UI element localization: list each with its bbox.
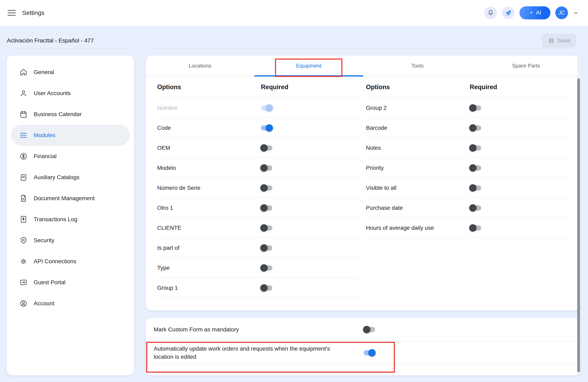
tab-locations[interactable]: Locations — [146, 56, 254, 76]
toggle-cliente[interactable] — [261, 225, 272, 231]
toggle-mark-custom-form-as-mandatory[interactable] — [364, 327, 375, 332]
options-column-right: OptionsRequiredGroup 2BarcodeNotesPriori… — [366, 77, 568, 298]
option-label: Otro 1 — [157, 205, 173, 211]
option-label: OEM — [157, 145, 170, 151]
toggle-group-1[interactable] — [261, 285, 272, 291]
toggle-knob — [266, 104, 273, 112]
sidebar-item-security[interactable]: Security — [11, 230, 130, 251]
toggle-code[interactable] — [261, 125, 272, 131]
scrollbar[interactable] — [577, 56, 580, 375]
toggle-type[interactable] — [261, 265, 272, 271]
ai-button[interactable]: AI — [519, 6, 550, 20]
toggle-knob — [469, 184, 477, 192]
footer-row-automatically-update-work-orders-and-req: Automatically update work orders and req… — [146, 342, 580, 364]
options-header: Options — [366, 83, 390, 91]
option-row-purchase-date: Purchase date — [366, 198, 568, 218]
option-row-nombre: Nombre — [157, 98, 359, 118]
sidebar-nav: GeneralUser AccountsBusiness CalendarMod… — [11, 62, 130, 314]
content: GeneralUser AccountsBusiness CalendarMod… — [0, 56, 588, 382]
option-rows: Group 2BarcodeNotesPriorityVisible to al… — [366, 98, 568, 238]
toggle-modelo[interactable] — [261, 165, 272, 171]
toggle-notes[interactable] — [470, 145, 481, 151]
transactions-icon — [20, 215, 28, 223]
sidebar-item-label: General — [34, 69, 54, 76]
avatar[interactable]: JC — [555, 6, 568, 19]
option-row-otro-1: Otro 1 — [157, 198, 359, 218]
calendar-icon — [20, 110, 28, 118]
option-row-oem: OEM — [157, 138, 359, 158]
page-title: Settings — [22, 9, 44, 16]
option-row-type: Type — [157, 258, 359, 278]
sidebar-item-auxiliary-catalogs[interactable]: Auxiliary Catalogs — [11, 167, 130, 188]
sidebar-item-label: Auxiliary Catalogs — [34, 174, 79, 181]
toggle-knob — [363, 326, 370, 333]
sidebar-item-modules[interactable]: Modules — [11, 125, 130, 146]
option-label: Type — [157, 265, 170, 271]
sidebar-item-general[interactable]: General — [11, 62, 130, 83]
option-label: CLIENTE — [157, 225, 181, 231]
toggle-visible-to-all[interactable] — [470, 185, 481, 191]
sidebar-item-user-accounts[interactable]: User Accounts — [11, 83, 130, 104]
sidebar-item-business-calendar[interactable]: Business Calendar — [11, 104, 130, 125]
sidebar-item-label: Document Management — [34, 195, 95, 201]
chevron-down-icon[interactable] — [573, 10, 579, 16]
option-label: Modelo — [157, 165, 176, 171]
option-label: Notes — [366, 145, 381, 151]
sidebar-item-guest-portal[interactable]: Guest Portal — [11, 272, 130, 293]
toggle-oem[interactable] — [261, 145, 272, 151]
toggle-knob — [469, 124, 477, 132]
sidebar-item-label: API Connections — [34, 258, 76, 265]
menu-button[interactable] — [8, 10, 16, 16]
option-label: Hours of average daily use — [366, 225, 434, 231]
toggle-knob — [266, 124, 273, 132]
document-icon — [20, 194, 28, 202]
toggle-priority[interactable] — [470, 165, 481, 171]
sidebar-item-transactions-log[interactable]: Transactions Log — [11, 209, 130, 230]
option-label: Code — [157, 125, 171, 131]
column-header: OptionsRequired — [157, 77, 359, 98]
tab-tools[interactable]: Tools — [363, 56, 472, 76]
scrollbar-thumb[interactable] — [577, 78, 580, 372]
option-row-numero-de-serie: Número de Serie — [157, 178, 359, 198]
sidebar-item-label: Transactions Log — [34, 216, 77, 223]
account-icon — [20, 299, 28, 307]
toggle-numero-de-serie[interactable] — [261, 185, 272, 191]
toggle-automatically-update-work-orders-and-req[interactable] — [364, 350, 375, 356]
option-row-group-2: Group 2 — [366, 98, 568, 118]
toggle-nombre[interactable] — [261, 105, 272, 111]
column-header: OptionsRequired — [366, 77, 568, 98]
required-header: Required — [470, 83, 497, 91]
tab-equipment[interactable]: Equipment — [254, 56, 363, 76]
sidebar: GeneralUser AccountsBusiness CalendarMod… — [7, 56, 134, 375]
toggle-knob — [260, 204, 268, 212]
bell-icon — [487, 9, 494, 16]
toggle-hours-of-average-daily-use[interactable] — [470, 225, 481, 231]
toggle-is-part-of[interactable] — [261, 245, 272, 251]
settings-panel: LocationsEquipmentToolsSpare Parts Optio… — [146, 56, 580, 310]
option-row-barcode: Barcode — [366, 118, 568, 138]
sidebar-item-label: Account — [34, 300, 54, 307]
option-rows: NombreCodeOEMModeloNúmero de SerieOtro 1… — [157, 98, 359, 298]
tab-label: Spare Parts — [512, 63, 540, 69]
toggle-knob — [260, 284, 268, 292]
toggle-group-2[interactable] — [470, 105, 481, 111]
save-button[interactable]: Save — [542, 34, 576, 48]
sidebar-item-label: Modules — [34, 132, 55, 139]
sidebar-item-account[interactable]: Account — [11, 293, 130, 314]
tab-spare-parts[interactable]: Spare Parts — [472, 56, 580, 76]
rocket-button[interactable] — [502, 6, 514, 19]
option-label: Group 1 — [157, 285, 178, 291]
sidebar-item-api-connections[interactable]: API Connections — [11, 251, 130, 272]
notifications-button[interactable] — [484, 6, 497, 19]
sidebar-item-label: Security — [34, 237, 54, 244]
toggle-purchase-date[interactable] — [470, 205, 481, 211]
sidebar-item-label: Business Calendar — [34, 111, 82, 118]
toggle-otro-1[interactable] — [261, 205, 272, 211]
options-column-left: OptionsRequiredNombreCodeOEMModeloNúmero… — [157, 77, 359, 298]
option-row-notes: Notes — [366, 138, 568, 158]
option-label: Nombre — [157, 105, 178, 111]
option-row-visible-to-all: Visible to all — [366, 178, 568, 198]
sidebar-item-financial[interactable]: Financial — [11, 146, 130, 167]
toggle-barcode[interactable] — [470, 125, 481, 131]
sidebar-item-document-management[interactable]: Document Management — [11, 188, 130, 209]
